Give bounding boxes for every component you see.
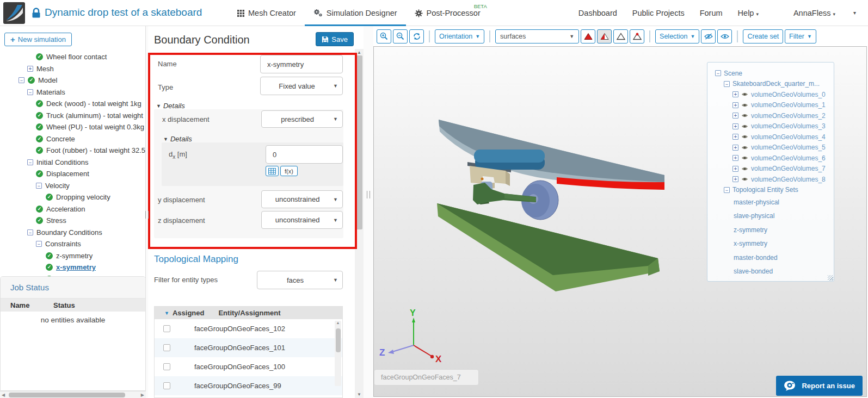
entity-filter-select[interactable]: faces▼ (257, 271, 343, 289)
nav-dashboard[interactable]: Dashboard (578, 9, 617, 17)
eye-icon[interactable] (741, 113, 748, 118)
scroll-left-arrow-icon[interactable]: ◀ (2, 393, 5, 397)
eye-icon[interactable] (741, 103, 748, 108)
tab-simulation-designer[interactable]: Simulation Designer (305, 0, 406, 26)
tree-item-acceleration[interactable]: Acceleration (0, 203, 145, 215)
collapse-icon[interactable] (27, 159, 33, 165)
tree-item-z-symmetry[interactable]: z-symmetry (0, 250, 145, 262)
tree-item-dropping-velocity[interactable]: Dropping velocity (0, 191, 145, 203)
expand-icon[interactable] (732, 166, 738, 172)
refresh-view-button[interactable] (409, 29, 424, 43)
zoom-in-button[interactable] (377, 29, 391, 43)
eye-icon[interactable] (741, 145, 748, 150)
report-issue-button[interactable]: Report an issue (776, 376, 863, 396)
eye-icon[interactable] (741, 124, 748, 129)
scene-volume[interactable]: volumeOnGeoVolumes_2 (714, 110, 834, 121)
nav-public-projects[interactable]: Public Projects (632, 9, 685, 17)
show-selection-button[interactable] (717, 29, 732, 43)
scene-volume[interactable]: volumeOnGeoVolumes_0 (714, 89, 834, 100)
eye-icon[interactable] (741, 156, 748, 160)
scene-model[interactable]: SkateboardDeck_quarter_m... (714, 79, 834, 90)
save-button[interactable]: Save (316, 32, 354, 46)
tree-item-x-symmetry[interactable]: x-symmetry (0, 262, 145, 273)
tab-post-processor[interactable]: Post-Processor BETA (406, 0, 489, 26)
collapse-icon[interactable] (19, 77, 24, 83)
scroll-up-arrow-icon[interactable]: ▲ (335, 321, 341, 325)
entity-set-master-bonded[interactable]: master-bonded (714, 251, 834, 265)
render-mode-select[interactable]: surfaces▼ (495, 29, 579, 43)
select-volumes-button[interactable] (581, 29, 595, 43)
table-row[interactable]: faceGroupOnGeoFaces_102 (155, 319, 342, 338)
expand-icon[interactable] (27, 66, 33, 72)
create-set-button[interactable]: Create set (743, 29, 783, 43)
entity-set-x-symmetry[interactable]: x-symmetry (714, 237, 834, 251)
user-menu[interactable]: AnnaFless▾ (793, 9, 835, 17)
expand-icon[interactable] (732, 91, 738, 97)
tree-item-displacement[interactable]: Displacement (0, 168, 145, 180)
scene-volume[interactable]: volumeOnGeoVolumes_6 (714, 153, 834, 164)
scroll-down-arrow-icon[interactable]: ▼ (355, 392, 364, 397)
nav-help[interactable]: Help▾ (738, 9, 759, 17)
new-simulation-button[interactable]: +New simulation (4, 33, 72, 46)
tree-item-model[interactable]: Model (0, 74, 145, 86)
tree-item-foot-rubber[interactable]: Foot (rubber) - total weight 32.5k (0, 145, 145, 157)
entity-set-slave-physical[interactable]: slave-physical (714, 209, 834, 223)
scene-volume[interactable]: volumeOnGeoVolumes_8 (714, 174, 834, 185)
scene-root[interactable]: Scene (714, 68, 834, 79)
resize-handle[interactable] (828, 275, 833, 281)
sidebar-splitter[interactable] (146, 26, 148, 398)
expand-icon[interactable] (732, 123, 738, 129)
tab-mesh-creator[interactable]: Mesh Creator (229, 0, 305, 26)
scrollbar-thumb[interactable] (336, 328, 341, 352)
nav-forum[interactable]: Forum (700, 9, 723, 17)
tree-item-constraints[interactable]: Constraints (0, 238, 145, 250)
entity-set-master-physical[interactable]: master-physical (714, 195, 834, 209)
collapse-icon[interactable] (36, 241, 42, 247)
select-edges-button[interactable] (613, 29, 628, 43)
expand-icon[interactable] (732, 102, 738, 108)
scene-topological-sets[interactable]: Topological Entity Sets (714, 185, 834, 196)
entity-set-slave-bonded[interactable]: slave-bonded (714, 265, 834, 279)
tree-item-wheel-pu[interactable]: Wheel (PU) - total weight 0.3kg (0, 121, 145, 133)
scrollbar-thumb[interactable] (9, 393, 125, 397)
select-vertices-button[interactable] (630, 29, 644, 43)
table-row[interactable]: faceGroupOnGeoFaces_100 (155, 357, 342, 376)
app-logo-icon[interactable] (3, 2, 25, 24)
collapse-icon[interactable] (724, 187, 730, 193)
tree-item-materials[interactable]: Materials (0, 86, 145, 98)
tree-item-mesh[interactable]: Mesh (0, 63, 145, 75)
table-row[interactable]: faceGroupOnGeoFaces_101 (155, 338, 342, 357)
collapse-icon[interactable] (715, 70, 721, 76)
filter-dropdown[interactable]: Filter▼ (785, 29, 816, 43)
secondary-menu-caret[interactable]: ▾ (853, 10, 856, 16)
scene-volume[interactable]: volumeOnGeoVolumes_5 (714, 142, 834, 153)
table-row[interactable]: faceGroupOnGeoFaces_99 (155, 376, 342, 395)
scene-volume[interactable]: volumeOnGeoVolumes_1 (714, 100, 834, 111)
zoom-out-button[interactable] (393, 29, 408, 43)
scene-volume[interactable]: volumeOnGeoVolumes_4 (714, 132, 834, 142)
assign-checkbox[interactable] (163, 325, 170, 332)
assign-checkbox[interactable] (163, 344, 170, 351)
tree-item-deck-wood[interactable]: Deck (wood) - total weight 1kg (0, 98, 145, 110)
collapse-icon[interactable] (36, 183, 42, 189)
scene-volume[interactable]: volumeOnGeoVolumes_7 (714, 164, 834, 175)
panel-splitter[interactable] (364, 26, 373, 398)
assign-checkbox[interactable] (163, 382, 170, 389)
expand-icon[interactable] (732, 113, 738, 119)
3d-viewport[interactable]: Y Z X Scene SkateboardDeck_quarter_m... … (373, 46, 867, 397)
expand-icon[interactable] (732, 134, 738, 140)
collapse-icon[interactable] (724, 81, 730, 87)
tree-item-velocity[interactable]: Velocity (0, 180, 145, 192)
expand-icon[interactable] (732, 145, 738, 151)
select-faces-button[interactable] (597, 29, 612, 43)
orientation-dropdown[interactable]: Orientation▼ (435, 29, 484, 43)
tree-item-stress[interactable]: Stress (0, 215, 145, 227)
expand-icon[interactable] (732, 155, 738, 161)
sort-caret-icon[interactable]: ▼ (164, 310, 169, 316)
sidebar-horizontal-scrollbar[interactable]: ◀ ▶ (0, 391, 146, 398)
eye-icon[interactable] (741, 166, 748, 171)
tree-item-wheel-floor-contact[interactable]: Wheel floor contact (0, 51, 145, 63)
tree-item-boundary-conditions[interactable]: Boundary Conditions (0, 227, 145, 239)
scene-volume[interactable]: volumeOnGeoVolumes_3 (714, 121, 834, 132)
collapse-icon[interactable] (27, 89, 33, 95)
